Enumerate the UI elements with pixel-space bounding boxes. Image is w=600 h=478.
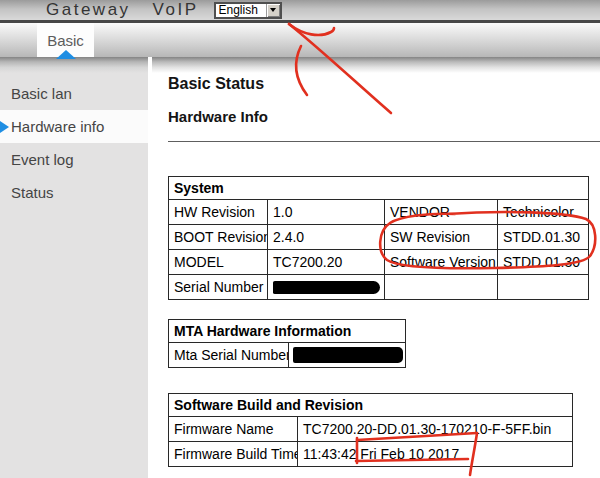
- sidebar-item-label: Basic lan: [11, 85, 72, 102]
- software-table: Software Build and Revision Firmware Nam…: [168, 393, 573, 467]
- language-select-value: English: [216, 4, 266, 17]
- page-title: Basic Status: [168, 75, 600, 93]
- sidebar-item-status[interactable]: Status: [0, 176, 148, 209]
- main-content: Basic Status Hardware Info System HW Rev…: [152, 57, 600, 478]
- content-area: Basic lan Hardware info Event log Status…: [0, 57, 600, 478]
- cell-label: Firmware Name: [169, 417, 298, 442]
- nav-item-gateway[interactable]: Gateway: [46, 0, 131, 20]
- cell-value: 11:43:42 Fri Feb 10 2017: [298, 442, 573, 467]
- cell-label: Mta Serial Number: [169, 343, 289, 368]
- table-row: Firmware Name TC7200.20-DD.01.30-170210-…: [169, 417, 573, 442]
- section-subtitle: Hardware Info: [168, 108, 600, 125]
- active-tab-pointer-icon: [56, 50, 76, 59]
- caret-down-icon: [270, 8, 276, 12]
- table-row: MODEL TC7200.20 Software Version STDD.01…: [169, 250, 589, 275]
- cell-value: [289, 343, 406, 368]
- cell-label: Serial Number: [169, 275, 268, 300]
- dropdown-arrow-button[interactable]: [266, 4, 280, 17]
- cell-label: MODEL: [169, 250, 268, 275]
- sidebar-nav: Basic lan Hardware info Event log Status: [0, 57, 148, 478]
- table-row: HW Revision 1.0 VENDOR Technicolor: [169, 200, 589, 225]
- redacted-mta-serial-bar: [293, 347, 403, 363]
- cell-value: STDD.01.30: [498, 250, 589, 275]
- cell-label: VENDOR: [385, 200, 498, 225]
- sidebar-item-label: Event log: [11, 151, 74, 168]
- router-admin-page: Gateway VoIP English Basic Basic lan Har…: [0, 0, 600, 478]
- cell-value: Technicolor: [498, 200, 589, 225]
- cell-value: 1.0: [268, 200, 385, 225]
- selected-item-arrow-icon: [0, 121, 9, 133]
- top-navbar: Gateway VoIP English: [0, 0, 600, 23]
- cell-label: SW Revision: [385, 225, 498, 250]
- table-header-row: MTA Hardware Information: [169, 320, 406, 343]
- sidebar-item-label: Hardware info: [11, 118, 104, 135]
- redacted-serial-number-bar: [273, 281, 380, 294]
- table-row: Mta Serial Number: [169, 343, 406, 368]
- system-table: System HW Revision 1.0 VENDOR Technicolo…: [168, 176, 589, 300]
- sidebar-item-label: Status: [11, 184, 54, 201]
- table-header-row: System: [169, 177, 589, 200]
- language-select[interactable]: English: [214, 2, 282, 19]
- sidebar-item-basic-lan[interactable]: Basic lan: [0, 77, 148, 110]
- mta-table-title: MTA Hardware Information: [169, 320, 406, 343]
- sidebar-item-event-log[interactable]: Event log: [0, 143, 148, 176]
- software-table-title: Software Build and Revision: [169, 394, 573, 417]
- cell-label: Firmware Build Time: [169, 442, 298, 467]
- cell-value: [268, 275, 385, 300]
- tab-basic[interactable]: Basic: [37, 23, 94, 57]
- mta-table: MTA Hardware Information Mta Serial Numb…: [168, 319, 406, 368]
- system-table-title: System: [169, 177, 589, 200]
- sidebar-item-hardware-info[interactable]: Hardware info: [0, 110, 148, 143]
- cell-value: STDD.01.30: [498, 225, 589, 250]
- cell-value: 2.4.0: [268, 225, 385, 250]
- table-row: Serial Number: [169, 275, 589, 300]
- sidebar-menu: Basic lan Hardware info Event log Status: [0, 77, 148, 209]
- table-header-row: Software Build and Revision: [169, 394, 573, 417]
- table-row: Firmware Build Time 11:43:42 Fri Feb 10 …: [169, 442, 573, 467]
- cell-value: TC7200.20: [268, 250, 385, 275]
- cell-label: HW Revision: [169, 200, 268, 225]
- cell-value: TC7200.20-DD.01.30-170210-F-5FF.bin: [298, 417, 573, 442]
- cell-label: BOOT Revision: [169, 225, 268, 250]
- cell-value: [498, 275, 589, 300]
- tab-strip: Basic: [0, 23, 600, 57]
- table-row: BOOT Revision 2.4.0 SW Revision STDD.01.…: [169, 225, 589, 250]
- cell-label: [385, 275, 498, 300]
- nav-item-voip[interactable]: VoIP: [153, 0, 199, 20]
- divider: [168, 141, 600, 142]
- tab-basic-label: Basic: [47, 32, 84, 49]
- cell-label: Software Version: [385, 250, 498, 275]
